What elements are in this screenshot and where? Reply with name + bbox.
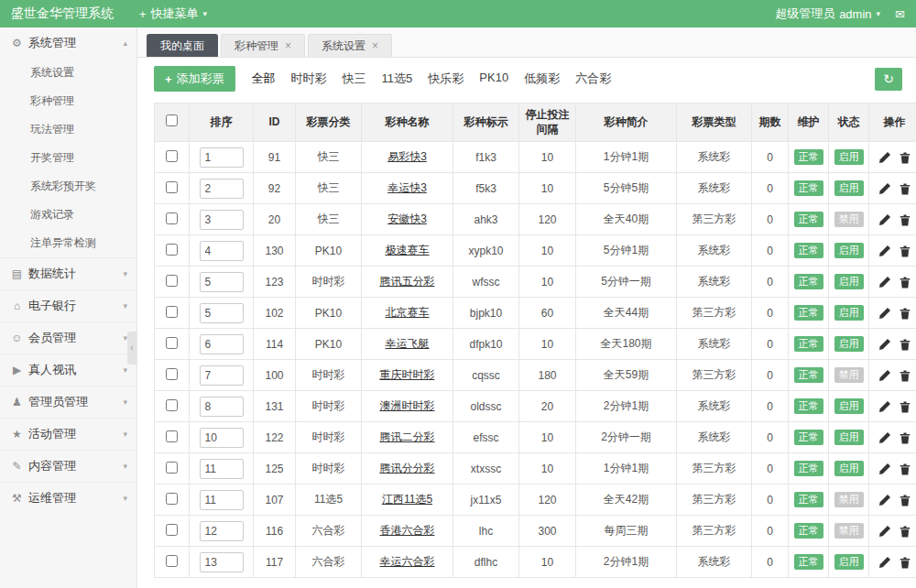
row-checkbox[interactable] xyxy=(166,462,178,474)
sort-input[interactable] xyxy=(200,552,244,572)
delete-icon[interactable] xyxy=(900,401,911,413)
sidebar-item-0-0[interactable]: 系统设置 xyxy=(0,59,136,87)
refresh-button[interactable]: ↻ xyxy=(875,68,902,91)
lottery-name-link[interactable]: 幸运快3 xyxy=(387,181,427,194)
row-checkbox[interactable] xyxy=(166,181,178,193)
delete-icon[interactable] xyxy=(900,308,911,320)
delete-icon[interactable] xyxy=(900,495,911,506)
lottery-name-link[interactable]: 香港六合彩 xyxy=(380,524,435,537)
filter-link-1[interactable]: 时时彩 xyxy=(291,71,327,87)
row-checkbox[interactable] xyxy=(166,244,178,256)
sidebar-section-7[interactable]: ✎内容管理▾ xyxy=(0,450,136,482)
sidebar-item-0-3[interactable]: 开奖管理 xyxy=(0,144,136,172)
sort-input[interactable] xyxy=(200,397,244,417)
edit-icon[interactable] xyxy=(879,308,890,319)
tab-2[interactable]: 系统设置× xyxy=(308,34,392,57)
row-checkbox[interactable] xyxy=(166,306,178,318)
filter-link-3[interactable]: 11选5 xyxy=(382,71,413,87)
sidebar-item-0-1[interactable]: 彩种管理 xyxy=(0,87,136,115)
edit-icon[interactable] xyxy=(879,152,890,163)
sort-input[interactable] xyxy=(200,459,244,479)
delete-icon[interactable] xyxy=(900,183,911,195)
delete-icon[interactable] xyxy=(900,339,911,351)
tab-1[interactable]: 彩种管理× xyxy=(221,34,305,57)
sort-input[interactable] xyxy=(200,303,244,323)
sort-input[interactable] xyxy=(200,147,244,168)
row-checkbox[interactable] xyxy=(166,275,178,287)
sort-input[interactable] xyxy=(200,241,244,261)
delete-icon[interactable] xyxy=(900,432,911,444)
select-all-checkbox[interactable] xyxy=(166,114,178,126)
sidebar-collapse-handle[interactable]: ‹ xyxy=(127,332,136,365)
edit-icon[interactable] xyxy=(879,495,890,506)
filter-link-5[interactable]: PK10 xyxy=(479,71,508,87)
sidebar-section-8[interactable]: ⚒运维管理▾ xyxy=(0,482,136,514)
sort-input[interactable] xyxy=(200,365,244,386)
sort-input[interactable] xyxy=(200,428,244,448)
close-icon[interactable]: × xyxy=(372,40,378,51)
filter-link-0[interactable]: 全部 xyxy=(252,71,276,87)
sidebar-section-6[interactable]: ★活动管理▾ xyxy=(0,418,136,450)
filter-link-6[interactable]: 低频彩 xyxy=(524,71,560,87)
edit-icon[interactable] xyxy=(879,339,890,350)
edit-icon[interactable] xyxy=(879,183,890,194)
delete-icon[interactable] xyxy=(900,245,911,257)
tab-0[interactable]: 我的桌面 xyxy=(147,34,218,57)
delete-icon[interactable] xyxy=(900,463,911,475)
close-icon[interactable]: × xyxy=(285,40,291,51)
lottery-name-link[interactable]: 幸运飞艇 xyxy=(386,337,430,350)
lottery-name-link[interactable]: 腾讯二分彩 xyxy=(380,430,435,443)
delete-icon[interactable] xyxy=(900,214,911,226)
row-checkbox[interactable] xyxy=(166,493,178,505)
sort-input[interactable] xyxy=(200,490,244,510)
row-checkbox[interactable] xyxy=(166,337,178,349)
edit-icon[interactable] xyxy=(879,526,890,537)
filter-link-7[interactable]: 六合彩 xyxy=(575,71,611,87)
row-checkbox[interactable] xyxy=(166,524,178,536)
row-checkbox[interactable] xyxy=(166,430,178,442)
edit-icon[interactable] xyxy=(879,370,890,381)
sidebar-item-0-6[interactable]: 注单异常检测 xyxy=(0,229,136,257)
lottery-name-link[interactable]: 腾讯分分彩 xyxy=(380,462,435,474)
sidebar-item-0-4[interactable]: 系统彩预开奖 xyxy=(0,172,136,201)
sidebar-item-0-2[interactable]: 玩法管理 xyxy=(0,115,136,144)
row-checkbox[interactable] xyxy=(166,399,178,411)
delete-icon[interactable] xyxy=(900,277,911,289)
sort-input[interactable] xyxy=(200,334,244,354)
row-checkbox[interactable] xyxy=(166,555,178,567)
sort-input[interactable] xyxy=(200,521,244,541)
sidebar-item-0-5[interactable]: 游戏记录 xyxy=(0,201,136,229)
lottery-name-link[interactable]: 澳洲时时彩 xyxy=(380,399,435,412)
sidebar-section-4[interactable]: ▶真人视讯▾ xyxy=(0,354,136,386)
sort-input[interactable] xyxy=(200,272,244,292)
edit-icon[interactable] xyxy=(879,245,890,256)
edit-icon[interactable] xyxy=(879,277,890,288)
user-menu[interactable]: 超级管理员 admin ▾ xyxy=(775,5,880,22)
delete-icon[interactable] xyxy=(900,370,911,382)
lottery-name-link[interactable]: 幸运六合彩 xyxy=(380,555,435,568)
lottery-name-link[interactable]: 江西11选5 xyxy=(382,493,432,506)
edit-icon[interactable] xyxy=(879,463,890,474)
lottery-name-link[interactable]: 安徽快3 xyxy=(387,212,427,225)
edit-icon[interactable] xyxy=(879,557,890,568)
row-checkbox[interactable] xyxy=(166,212,178,224)
filter-link-4[interactable]: 快乐彩 xyxy=(428,71,463,87)
sidebar-section-0[interactable]: ⚙系统管理▴ xyxy=(0,27,136,59)
lottery-name-link[interactable]: 重庆时时彩 xyxy=(380,368,435,381)
lottery-name-link[interactable]: 易彩快3 xyxy=(387,150,427,163)
add-lottery-button[interactable]: + 添加彩票 xyxy=(154,66,235,92)
row-checkbox[interactable] xyxy=(166,368,178,380)
edit-icon[interactable] xyxy=(879,432,890,443)
delete-icon[interactable] xyxy=(900,526,911,538)
row-checkbox[interactable] xyxy=(166,150,178,162)
sort-input[interactable] xyxy=(200,179,244,199)
quick-menu-button[interactable]: + 快捷菜单 ▾ xyxy=(139,5,207,22)
filter-link-2[interactable]: 快三 xyxy=(343,71,366,87)
lottery-name-link[interactable]: 北京赛车 xyxy=(386,306,430,319)
delete-icon[interactable] xyxy=(900,557,911,569)
sidebar-section-1[interactable]: ▤数据统计▾ xyxy=(0,257,136,289)
lottery-name-link[interactable]: 腾讯五分彩 xyxy=(380,275,435,288)
lottery-name-link[interactable]: 极速赛车 xyxy=(386,244,430,256)
delete-icon[interactable] xyxy=(900,152,911,164)
sidebar-section-5[interactable]: ♟管理员管理▾ xyxy=(0,386,136,418)
